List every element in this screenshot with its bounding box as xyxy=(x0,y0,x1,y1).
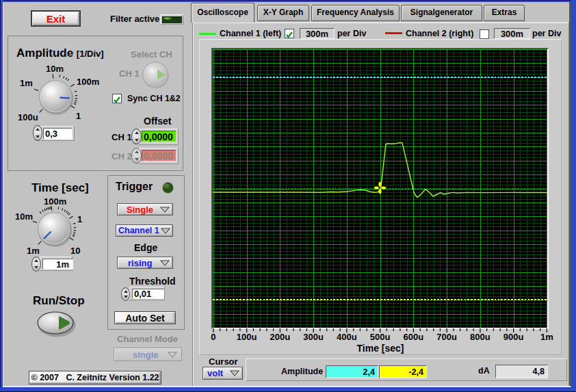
svg-text:700u: 700u xyxy=(436,332,457,341)
svg-text:1m: 1m xyxy=(540,332,553,341)
svg-text:500u: 500u xyxy=(370,332,391,341)
svg-text:800u: 800u xyxy=(470,332,490,341)
svg-text:100u: 100u xyxy=(237,332,257,341)
svg-text:200u: 200u xyxy=(270,332,291,341)
svg-text:0: 0 xyxy=(211,332,215,341)
svg-text:600u: 600u xyxy=(404,332,424,341)
svg-text:400u: 400u xyxy=(337,332,357,341)
svg-text:300u: 300u xyxy=(303,332,324,341)
svg-text:900u: 900u xyxy=(503,332,524,341)
